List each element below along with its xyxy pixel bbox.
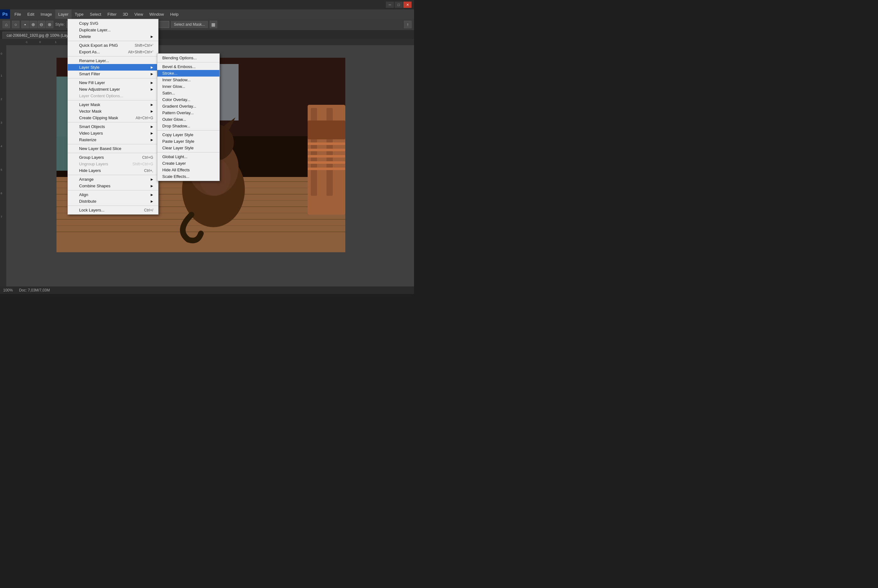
ellipse-icon[interactable]: ○ — [12, 21, 20, 28]
menu-paste-layer-style[interactable]: Paste Layer Style — [157, 138, 219, 145]
menu-layer-style[interactable]: Layer Style ▶ — [68, 64, 158, 70]
rect-tool-icon[interactable]: ▪ — [21, 21, 29, 28]
svg-rect-40 — [308, 161, 345, 164]
menu-file[interactable]: File — [11, 9, 24, 19]
menu-layer-mask[interactable]: Layer Mask ▶ — [68, 101, 158, 108]
menu-satin[interactable]: Satin... — [157, 90, 219, 96]
svg-rect-41 — [308, 168, 345, 170]
menu-rasterize[interactable]: Rasterize ▶ — [68, 136, 158, 143]
menu-hide-all-effects[interactable]: Hide All Effects — [157, 166, 219, 173]
menu-drop-shadow[interactable]: Drop Shadow... — [157, 123, 219, 129]
menu-inner-glow[interactable]: Inner Glow... — [157, 83, 219, 90]
separator-2 — [68, 55, 158, 57]
select-and-mask-button[interactable]: Select and Mask... — [171, 21, 208, 28]
menu-create-clipping-mask[interactable]: Create Clipping Mask Alt+Ctrl+G — [68, 114, 158, 121]
menu-delete[interactable]: Delete ▶ — [68, 33, 158, 40]
sub-rect-icon[interactable]: ⊖ — [38, 21, 45, 28]
menu-copy-svg[interactable]: Copy SVG — [68, 20, 158, 27]
separator-3 — [68, 77, 158, 80]
separator-5 — [68, 121, 158, 123]
svg-text:7: 7 — [1, 215, 2, 218]
menu-ungroup-layers: Ungroup Layers Shift+Ctrl+G — [68, 160, 158, 167]
menu-video-layers[interactable]: Video Layers ▶ — [68, 130, 158, 136]
add-rect-icon[interactable]: ⊕ — [30, 21, 37, 28]
menu-quick-export[interactable]: Quick Export as PNG Shift+Ctrl+' — [68, 42, 158, 49]
int-rect-icon[interactable]: ⊗ — [46, 21, 53, 28]
separator-9 — [68, 189, 158, 191]
separator-8 — [68, 174, 158, 176]
svg-rect-39 — [308, 155, 345, 158]
menu-bevel-emboss[interactable]: Bevel & Emboss... — [157, 63, 219, 70]
menu-inner-shadow[interactable]: Inner Shadow... — [157, 76, 219, 83]
menu-new-adjustment-layer[interactable]: New Adjustment Layer ▶ — [68, 86, 158, 93]
options-bar: ⌂ ○ ▪ ⊕ ⊖ ⊗ Style: Normal Width: ⇄ Heigh… — [0, 19, 414, 30]
menu-duplicate-layer[interactable]: Duplicate Layer... — [68, 27, 158, 33]
menu-window[interactable]: Window — [146, 9, 167, 19]
menubar: Ps File Edit Image Layer Type Select Fil… — [0, 9, 414, 19]
menu-type[interactable]: Type — [72, 9, 87, 19]
maximize-button[interactable]: □ — [395, 2, 403, 8]
separator-6 — [68, 143, 158, 145]
menu-group-layers[interactable]: Group Layers Ctrl+G — [68, 154, 158, 160]
menu-layer[interactable]: Layer — [55, 9, 72, 19]
menu-smart-objects[interactable]: Smart Objects ▶ — [68, 123, 158, 130]
status-bar: 100% Doc: 7,03M/7,03M — [0, 286, 414, 294]
menu-copy-layer-style[interactable]: Copy Layer Style — [157, 132, 219, 138]
svg-text:0: 0 — [1, 52, 2, 55]
titlebar: ─ □ ✕ — [0, 0, 414, 9]
menu-select[interactable]: Select — [87, 9, 104, 19]
menu-new-layer-based-slice[interactable]: New Layer Based Slice — [68, 145, 158, 152]
close-button[interactable]: ✕ — [404, 2, 411, 8]
svg-rect-36 — [308, 120, 345, 140]
style-sep-2 — [157, 129, 219, 132]
menu-gradient-overlay[interactable]: Gradient Overlay... — [157, 103, 219, 110]
separator-7 — [68, 152, 158, 154]
menu-new-fill-layer[interactable]: New Fill Layer ▶ — [68, 80, 158, 86]
menu-filter[interactable]: Filter — [104, 9, 120, 19]
menu-image[interactable]: Image — [38, 9, 55, 19]
menu-smart-filter[interactable]: Smart Filter ▶ — [68, 70, 158, 77]
svg-rect-38 — [308, 149, 345, 151]
menu-clear-layer-style[interactable]: Clear Layer Style — [157, 145, 219, 151]
menu-distribute[interactable]: Distribute ▶ — [68, 198, 158, 205]
menu-pattern-overlay[interactable]: Pattern Overlay... — [157, 110, 219, 116]
style-sep-1 — [157, 61, 219, 63]
svg-text:3: 3 — [1, 121, 2, 124]
svg-text:2: 2 — [1, 98, 2, 101]
menu-arrange[interactable]: Arrange ▶ — [68, 176, 158, 183]
menu-3d[interactable]: 3D — [120, 9, 131, 19]
svg-text:5: 5 — [1, 168, 2, 171]
svg-text:1: 1 — [55, 40, 57, 44]
menu-vector-mask[interactable]: Vector Mask ▶ — [68, 108, 158, 114]
menu-stroke[interactable]: Stroke... — [157, 70, 219, 76]
menu-edit[interactable]: Edit — [24, 9, 38, 19]
menu-help[interactable]: Help — [167, 9, 182, 19]
menu-combine-shapes[interactable]: Combine Shapes ▶ — [68, 183, 158, 189]
menu-color-overlay[interactable]: Color Overlay... — [157, 96, 219, 103]
doc-info: Doc: 7,03M/7,03M — [19, 288, 50, 292]
svg-text:-1: -1 — [25, 40, 28, 44]
zoom-level: 100% — [3, 288, 13, 292]
minimize-button[interactable]: ─ — [386, 2, 394, 8]
menu-hide-layers[interactable]: Hide Layers Ctrl+, — [68, 167, 158, 174]
panel-icon[interactable]: ▦ — [210, 21, 217, 28]
menu-export-as[interactable]: Export As... Alt+Shift+Ctrl+' — [68, 49, 158, 55]
svg-rect-37 — [308, 142, 345, 145]
menu-align[interactable]: Align ▶ — [68, 191, 158, 198]
menu-rename-layer[interactable]: Rename Layer... — [68, 57, 158, 64]
ruler-vertical: 0 1 2 3 4 5 6 7 — [0, 39, 6, 286]
menu-scale-effects[interactable]: Scale Effects... — [157, 173, 219, 180]
home-icon[interactable]: ⌂ — [3, 21, 10, 28]
menu-view[interactable]: View — [131, 9, 146, 19]
separator-1 — [68, 40, 158, 42]
document-tab[interactable]: cat-2068462_1920.jpg @ 100% (Lay... — [3, 32, 75, 39]
menu-global-light[interactable]: Global Light... — [157, 153, 219, 160]
menu-layer-content-options: Layer Content Options... — [68, 93, 158, 99]
separator-4 — [68, 99, 158, 101]
menu-outer-glow[interactable]: Outer Glow... — [157, 116, 219, 123]
svg-text:4: 4 — [1, 145, 2, 148]
menu-blending-options[interactable]: Blending Options... — [157, 55, 219, 61]
menu-lock-layers[interactable]: Lock Layers... Ctrl+/ — [68, 207, 158, 213]
share-icon[interactable]: ↑ — [404, 21, 411, 28]
menu-create-layer[interactable]: Create Layer — [157, 160, 219, 166]
